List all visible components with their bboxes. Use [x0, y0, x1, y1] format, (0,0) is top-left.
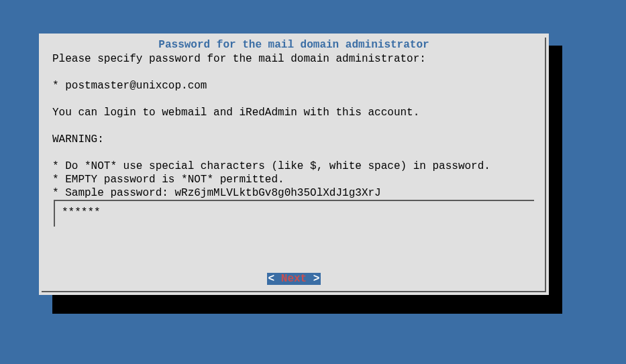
button-hotkey: N	[281, 273, 288, 285]
password-input[interactable]: ******	[54, 200, 534, 227]
content-line: * Sample password: wRz6jmMLVLktbGv8g0h35…	[52, 187, 381, 199]
button-suffix: >	[307, 273, 319, 285]
button-rest: ext	[287, 273, 307, 285]
content-line: * Do *NOT* use special characters (like …	[52, 160, 490, 172]
content-line: You can login to webmail and iRedAdmin w…	[52, 107, 419, 119]
content-line: * EMPTY password is *NOT* permitted.	[52, 174, 284, 186]
content-line: Please specify password for the mail dom…	[52, 53, 426, 65]
button-area: < Next >	[39, 273, 549, 285]
dialog-box: Password for the mail domain administrat…	[39, 34, 549, 295]
dialog-title: Password for the mail domain administrat…	[39, 39, 549, 51]
content-line: * postmaster@unixcop.com	[52, 80, 207, 92]
content-line: WARNING:	[52, 133, 104, 145]
dialog-content: Please specify password for the mail dom…	[52, 52, 535, 200]
button-prefix: <	[268, 273, 281, 285]
password-value: ******	[62, 206, 101, 219]
next-button[interactable]: < Next >	[267, 273, 321, 285]
